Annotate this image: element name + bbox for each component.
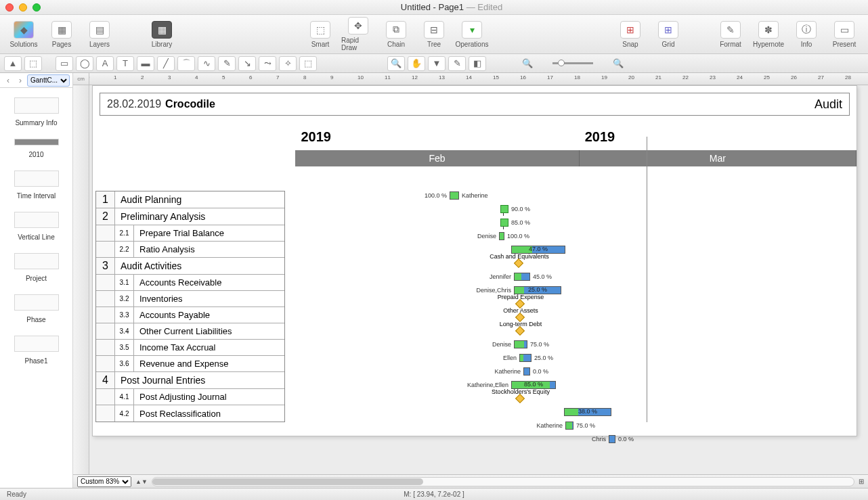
- gantt-bar: Denise100.0 %: [499, 231, 504, 241]
- titlebar: Untitled - Page1 — Edited: [0, 0, 868, 15]
- zoom-select[interactable]: Custom 83%: [77, 476, 131, 487]
- table-row: 3.2Inventories: [96, 291, 284, 307]
- gantt-bar: 90.0 %: [500, 204, 508, 214]
- smart-connector-tool[interactable]: ⤳: [259, 56, 276, 71]
- ellipse-tool[interactable]: ◯: [76, 56, 93, 71]
- stencil-item[interactable]: Vertical Line: [0, 208, 72, 249]
- text-tool[interactable]: A: [96, 56, 114, 71]
- solutions-button[interactable]: ◆Solutions: [7, 21, 41, 48]
- rect-tool[interactable]: ▭: [56, 56, 73, 71]
- pages-button[interactable]: ▦Pages: [45, 21, 79, 48]
- grid-button[interactable]: ⊞Grid: [651, 21, 685, 48]
- year-label: 2019: [580, 127, 856, 147]
- table-row: 1Audit Planning: [96, 191, 284, 208]
- crop-tool[interactable]: ⬚: [299, 56, 317, 71]
- spline-tool[interactable]: ∿: [198, 56, 215, 71]
- gantt-bar: 100.0 %Katherine: [450, 191, 459, 200]
- zoom-tool[interactable]: 🔍: [387, 56, 405, 71]
- stencil-back-icon[interactable]: ‹: [3, 76, 14, 85]
- arc-tool[interactable]: ⌒: [177, 56, 195, 71]
- gantt-bar: Long-term Debt: [517, 326, 525, 336]
- gantt-bar: 38.0 %: [564, 407, 611, 417]
- gantt-bar: Jennifer45.0 %: [514, 272, 530, 281]
- reshape-tool[interactable]: ✧: [279, 56, 297, 71]
- stencil-item[interactable]: 2010: [0, 135, 72, 166]
- pen-tool[interactable]: ✎: [218, 56, 236, 71]
- task-table: 1Audit Planning2Preliminary Analysis2.1P…: [95, 191, 285, 422]
- chain-button[interactable]: ⧉Chain: [379, 21, 413, 48]
- stencil-item[interactable]: Project: [0, 249, 72, 290]
- table-row: 3.5Income Tax Accrual: [96, 340, 284, 356]
- stencil-select[interactable]: GanttC...: [27, 74, 70, 87]
- zoom-bar: Custom 83% ▲▼ ⊞: [73, 474, 868, 488]
- status-bar: Ready M: [ 23.94, 7.2e-02 ]: [0, 488, 868, 500]
- format-button[interactable]: ✎Format: [714, 21, 747, 48]
- gantt-bar: Katherine75.0 %: [565, 421, 573, 430]
- operations-button[interactable]: ▾Operations: [455, 21, 489, 48]
- stencil-panel: ‹ › GanttC... Summary Info2010Time Inter…: [0, 73, 73, 488]
- table-row: 4.1Post Adjusting Journal: [96, 389, 284, 405]
- tree-button[interactable]: ⊟Tree: [417, 21, 451, 48]
- ruler-horizontal: cm 0123456789101112131415161718192021222…: [73, 73, 868, 85]
- snap-button[interactable]: ⊞Snap: [613, 21, 647, 48]
- canvas[interactable]: 28.02.2019 Crocodile Audit 2019 2019 Feb…: [89, 85, 868, 474]
- status-coords: M: [ 23.94, 7.2e-02 ]: [404, 491, 464, 498]
- main-toolbar: ◆Solutions ▦Pages ▤Layers ▦Library ⬚Smar…: [0, 15, 868, 54]
- line-tool[interactable]: ╱: [157, 56, 175, 71]
- hand-tool[interactable]: ✋: [408, 56, 425, 71]
- year-label: 2019: [295, 127, 579, 147]
- status-ready: Ready: [7, 491, 26, 498]
- smart-button[interactable]: ⬚Smart: [303, 21, 337, 48]
- table-row: 2.1Prepare Trial Balance: [96, 225, 284, 242]
- gantt-bar: Stockholders's Equity: [517, 394, 525, 403]
- select-tool[interactable]: ▲: [4, 56, 22, 71]
- table-row: 3.4Other Current Liabilities: [96, 323, 284, 340]
- marquee-tool[interactable]: ⬚: [24, 56, 42, 71]
- zoom-window-icon[interactable]: [32, 3, 41, 12]
- expand-icon[interactable]: ⊞: [859, 478, 864, 485]
- layers-button[interactable]: ▤Layers: [83, 21, 116, 48]
- gantt-bar: Chris0.0 %: [609, 434, 615, 444]
- month-label: Mar: [580, 150, 856, 166]
- table-row: 3.6Revenue and Expense: [96, 356, 284, 372]
- h-scrollbar[interactable]: [152, 477, 854, 486]
- textbox-tool[interactable]: T: [116, 56, 134, 71]
- stencil-item[interactable]: Phase: [0, 290, 72, 332]
- stamp-tool[interactable]: ▼: [428, 56, 446, 71]
- gantt-bar: Denise75.0 %: [514, 340, 527, 349]
- table-row: 3.3Accounts Payable: [96, 307, 284, 323]
- table-row: 2.2Ratio Analysis: [96, 242, 284, 258]
- zoom-out-icon[interactable]: 🔍: [519, 56, 536, 71]
- eyedropper-tool[interactable]: ✎: [448, 56, 466, 71]
- gantt-bar: Cash and Equivalents: [515, 258, 523, 268]
- minimize-window-icon[interactable]: [19, 3, 27, 12]
- table-row: 3Audit Activities: [96, 258, 284, 275]
- table-row: 4.2Post Reclassification: [96, 405, 284, 422]
- stencil-item[interactable]: Phase1: [0, 332, 72, 373]
- month-label: Feb: [295, 150, 579, 166]
- month-divider: [647, 137, 647, 422]
- doc-header: 28.02.2019 Crocodile Audit: [100, 93, 850, 116]
- library-button[interactable]: ▦Library: [145, 21, 179, 48]
- ruler-vertical: [73, 85, 89, 474]
- eraser-tool[interactable]: ◧: [469, 56, 486, 71]
- zoom-in-icon[interactable]: 🔍: [609, 56, 627, 71]
- gantt-bar: 85.0 %: [500, 218, 508, 227]
- table-row: 2Preliminary Analysis: [96, 208, 284, 225]
- callout-tool[interactable]: ▬: [137, 56, 154, 71]
- zoom-slider[interactable]: [552, 62, 593, 64]
- present-button[interactable]: ▭Present: [827, 21, 861, 48]
- window-title: Untitled - Page1 — Edited: [41, 2, 863, 12]
- connector-tool[interactable]: ↘: [238, 56, 256, 71]
- stencil-fwd-icon[interactable]: ›: [15, 76, 26, 85]
- close-window-icon[interactable]: [5, 3, 14, 12]
- table-row: 3.1Accounts Receivable: [96, 275, 284, 291]
- gantt-bar: Ellen25.0 %: [519, 353, 531, 363]
- hypernote-button[interactable]: ✽Hypernote: [752, 21, 785, 48]
- table-row: 4Post Journal Entries: [96, 372, 284, 389]
- stencil-item[interactable]: Summary Info: [0, 93, 72, 135]
- stencil-item[interactable]: Time Interval: [0, 166, 72, 208]
- info-button[interactable]: ⓘInfo: [789, 21, 823, 48]
- gantt-chart: 100.0 %Katherine90.0 %85.0 %Denise100.0 …: [285, 191, 856, 422]
- rapid-draw-button[interactable]: ✥Rapid Draw: [341, 17, 375, 51]
